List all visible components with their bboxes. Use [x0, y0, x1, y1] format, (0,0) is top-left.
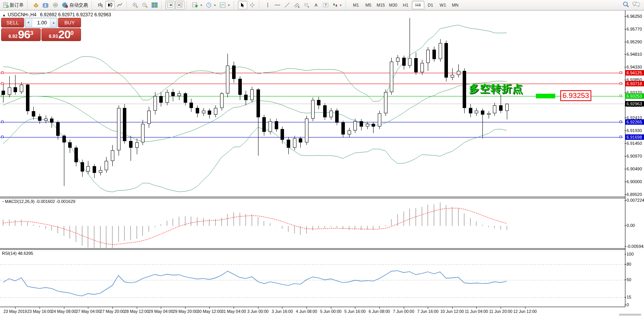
time-axis-label: 24 May 08:00: [52, 309, 76, 314]
autotrading-button[interactable]: 自动交易: [60, 1, 90, 9]
price-axis-label: 6.90000: [627, 179, 642, 184]
arrows-button[interactable]: ▼: [331, 1, 344, 9]
toolbar-separator: [161, 1, 164, 9]
time-axis-tick: [64, 307, 64, 309]
autotrading-label: 自动交易: [69, 2, 88, 9]
annotation-text: 多空转折点: [469, 82, 523, 96]
time-axis-label: 7 Jun 16:00: [417, 309, 439, 314]
volume-decrease-button[interactable]: ▼: [25, 18, 32, 27]
time-axis-tick: [15, 307, 15, 309]
periods-button[interactable]: ▼: [205, 1, 218, 9]
text-button[interactable]: A: [312, 1, 321, 9]
cursor-button[interactable]: [238, 1, 247, 9]
tab-timeframe-w1[interactable]: W1: [437, 1, 449, 9]
signals-button[interactable]: [51, 1, 60, 9]
time-axis-label: 4 Jun 08:00: [296, 309, 317, 314]
rsi-axis-label: 80: [627, 262, 631, 266]
time-axis-tick: [234, 307, 234, 309]
volume-increase-button[interactable]: ▲: [50, 18, 57, 27]
channel-button[interactable]: E: [292, 1, 301, 9]
rsi-indicator-chart[interactable]: [0, 250, 625, 307]
toolbar-separator: [259, 1, 262, 9]
sell-button[interactable]: SELL: [1, 18, 24, 27]
text-label-button[interactable]: T: [321, 1, 331, 9]
annotation-highlight-bar: [536, 94, 555, 98]
panel-separator[interactable]: [0, 197, 625, 197]
time-axis-tick: [112, 307, 113, 309]
candlestick-chart-button[interactable]: [105, 1, 115, 9]
rsi-axis-label: 0: [627, 302, 629, 307]
dropdown-arrow-icon: ▼: [339, 4, 342, 7]
time-axis-label: 23 May 16:00: [27, 309, 52, 314]
new-order-button[interactable]: 新订单: [2, 1, 25, 9]
svg-text:A: A: [315, 3, 318, 7]
text-icon: A: [314, 2, 319, 8]
main-price-chart[interactable]: [0, 10, 625, 197]
vertical-line-button[interactable]: [263, 1, 272, 9]
trendline-button[interactable]: [282, 1, 292, 9]
chart-shift-button[interactable]: [175, 1, 184, 9]
tile-windows-button[interactable]: [150, 1, 159, 9]
tab-timeframe-m30[interactable]: M30: [387, 1, 399, 9]
price-level-badge: 6.93718: [625, 81, 644, 86]
time-axis-label: 29 May 20:00: [173, 309, 198, 314]
search-icon[interactable]: [623, 1, 629, 9]
price-axis-label: 6.94330: [627, 65, 642, 69]
new-order-label: 新订单: [10, 2, 24, 9]
time-axis-label: 12 Jun 12:00: [513, 309, 537, 314]
periods-clock-icon: [206, 2, 212, 8]
bar-chart-button[interactable]: [96, 1, 105, 9]
toolbar-separator: [346, 1, 348, 9]
rsi-label: RSI(14) 48.6395: [2, 251, 33, 256]
zoom-in-button[interactable]: [131, 1, 140, 9]
volume-input[interactable]: [32, 19, 48, 26]
horizontal-scrollbar[interactable]: [619, 314, 641, 316]
crosshair-button[interactable]: [248, 1, 257, 9]
indicators-icon: [192, 2, 198, 8]
tab-timeframe-m5[interactable]: M5: [362, 1, 375, 9]
macd-indicator-chart[interactable]: [0, 198, 625, 248]
collapse-panel-icon[interactable]: ▲: [2, 13, 6, 17]
time-axis-label: 31 May 04:00: [221, 309, 246, 314]
fibonacci-icon: F: [303, 2, 310, 8]
tab-timeframe-m1[interactable]: M1: [350, 1, 362, 9]
new-order-icon: [3, 2, 9, 8]
signals-icon: [52, 2, 59, 8]
svg-text:T: T: [325, 3, 327, 7]
buy-price-tile[interactable]: 6.93 20 0: [41, 28, 81, 41]
buy-price-small: 6.93: [49, 33, 58, 40]
horizontal-line-button[interactable]: [273, 1, 282, 9]
chart-shift-icon: [177, 2, 183, 8]
zoom-out-button[interactable]: [140, 1, 150, 9]
time-axis-tick: [379, 307, 380, 309]
panel-separator: [0, 198, 625, 198]
indicators-button[interactable]: ▼: [191, 1, 204, 9]
tab-timeframe-h4[interactable]: H4: [412, 1, 424, 9]
sell-price-sup: 3: [30, 29, 33, 36]
time-axis-line: [0, 307, 625, 307]
panel-separator[interactable]: [0, 248, 625, 249]
navigator-button[interactable]: [41, 1, 50, 9]
sell-price-tile[interactable]: 6.92 96 3: [1, 28, 41, 41]
tab-timeframe-h1[interactable]: H1: [399, 1, 412, 9]
market-watch-button[interactable]: [31, 1, 41, 9]
line-chart-button[interactable]: [115, 1, 124, 9]
price-axis-label: 6.94810: [627, 52, 642, 57]
time-axis-label: 10 Jun 12:00: [440, 309, 464, 314]
rsi-axis-label: 100: [627, 252, 634, 256]
buy-button[interactable]: BUY: [58, 18, 81, 27]
price-axis-label: 6.95290: [627, 40, 642, 44]
fibonacci-button[interactable]: F: [302, 1, 311, 9]
tab-timeframe-m15[interactable]: M15: [375, 1, 387, 9]
toolbar-separator: [234, 1, 236, 9]
chat-icon[interactable]: [632, 1, 640, 9]
sell-price-big: 96: [18, 29, 30, 40]
candlestick-chart-icon: [107, 2, 113, 8]
autoscroll-button[interactable]: [165, 1, 175, 9]
templates-button[interactable]: ▼: [218, 1, 232, 9]
autoscroll-icon: [167, 2, 173, 8]
symbol-period-label: USDCNH-,H4: [8, 12, 36, 17]
time-axis-tick: [282, 307, 282, 309]
tab-timeframe-mn[interactable]: MN: [449, 1, 461, 9]
tab-timeframe-d1[interactable]: D1: [424, 1, 437, 9]
